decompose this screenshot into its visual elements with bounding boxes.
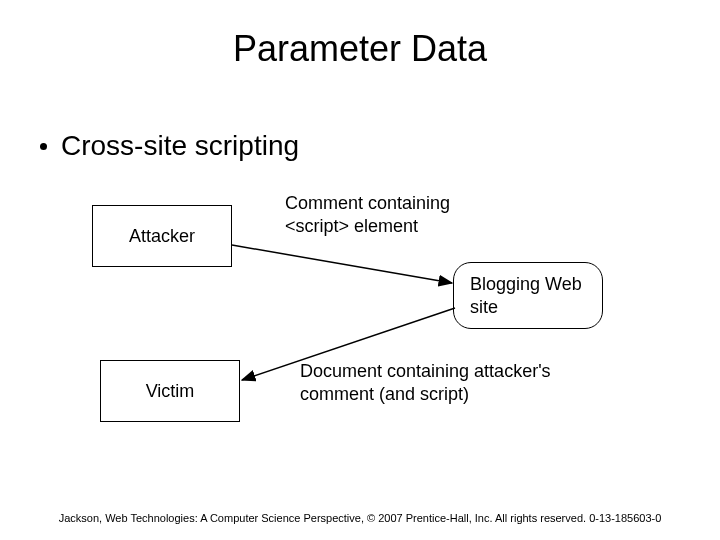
comment-script-label: Comment containing <script> element bbox=[285, 192, 485, 237]
slide-title: Parameter Data bbox=[0, 28, 720, 70]
footer-citation: Jackson, Web Technologies: A Computer Sc… bbox=[0, 512, 720, 524]
document-comment-label: Document containing attacker's comment (… bbox=[300, 360, 590, 405]
attacker-label: Attacker bbox=[129, 226, 195, 247]
diagram-arrows bbox=[0, 0, 720, 540]
victim-box: Victim bbox=[100, 360, 240, 422]
bullet-dot-icon bbox=[40, 143, 47, 150]
bullet-item: Cross-site scripting bbox=[40, 130, 299, 162]
blog-site-box: Blogging Web site bbox=[453, 262, 603, 329]
attacker-box: Attacker bbox=[92, 205, 232, 267]
bullet-text: Cross-site scripting bbox=[61, 130, 299, 162]
blog-site-label: Blogging Web site bbox=[470, 274, 582, 317]
victim-label: Victim bbox=[146, 381, 195, 402]
svg-line-1 bbox=[232, 245, 452, 283]
